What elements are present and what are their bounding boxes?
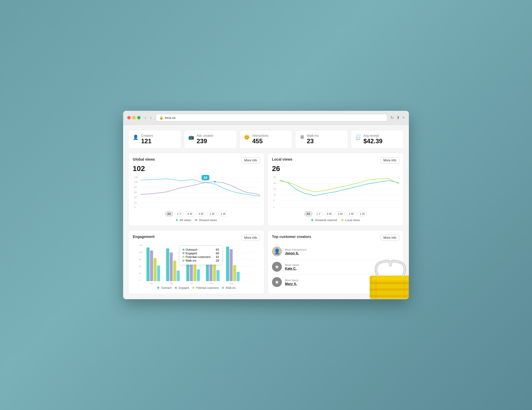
forward-button[interactable]: ›	[149, 115, 152, 121]
svg-rect-52	[197, 269, 200, 281]
filter-1w-global[interactable]: 1 W	[218, 211, 228, 216]
filter-6m-local[interactable]: 6 M	[324, 211, 334, 216]
svg-rect-39	[147, 247, 150, 281]
stat-card-receipt: 🧾 Avg receipt $42.39	[351, 130, 404, 149]
creators-label: Creators	[141, 134, 153, 138]
mary-avatar: ★	[272, 277, 282, 287]
svg-text:May: May	[209, 282, 213, 284]
walkins-bar-dot	[222, 287, 224, 289]
tooltip-row-potential: Potential customers 42	[182, 255, 219, 259]
creators-value: 121	[141, 138, 153, 145]
top-creators-header: Top customer creators More info	[272, 235, 399, 241]
legend-reward-views: Reward views	[195, 218, 217, 222]
svg-text:15: 15	[273, 188, 276, 190]
engagement-chart-wrapper: Outreach 83 Engaged 68 Potential custome…	[133, 243, 260, 284]
filter-1y-local[interactable]: 1 Y	[314, 211, 323, 216]
svg-text:100: 100	[134, 181, 138, 183]
filter-3m-local[interactable]: 3 M	[335, 211, 345, 216]
minimize-button[interactable]	[132, 116, 136, 119]
svg-rect-44	[166, 248, 169, 281]
local-views-header: Local views More info	[272, 157, 399, 163]
creator-item-mary: ★ Most likest Mary S.	[272, 275, 399, 290]
tooltip-row-outreach: Outreach 83	[182, 248, 219, 251]
stat-card-interactions: 😊 Interactions 455	[240, 130, 292, 149]
svg-text:120: 120	[139, 251, 142, 254]
filter-all-local[interactable]: All	[304, 211, 312, 216]
filter-3m-global[interactable]: 3 M	[196, 211, 205, 216]
legend-rewards-claimed: Rewards claimed	[311, 218, 337, 222]
global-views-card: Global views More info 102 120 100 80 60…	[128, 153, 264, 226]
traffic-lights	[127, 116, 141, 119]
tooltip-potential-dot	[182, 256, 184, 258]
svg-text:20: 20	[134, 201, 137, 204]
svg-point-14	[214, 181, 216, 183]
lock-icon: 🔒	[159, 116, 163, 120]
local-views-time-filters: All 1 Y 6 M 3 M 1 M 1 W	[272, 211, 399, 216]
svg-rect-61	[233, 265, 236, 281]
local-views-card: Local views More info 26 25 20 15 10 5 0	[268, 153, 404, 226]
creator-item-kate: ★ Most views Kate C.	[272, 259, 399, 275]
browser-actions: ↻ ⬆ +	[390, 115, 405, 120]
tooltip-row-walkins: Walk-ins 28	[182, 259, 219, 262]
filter-1m-global[interactable]: 1 M	[207, 211, 217, 216]
maximize-button[interactable]	[137, 116, 141, 119]
jason-name[interactable]: Jason S.	[285, 251, 307, 255]
global-views-more-info[interactable]: More info	[241, 157, 260, 163]
filter-1y-global[interactable]: 1 Y	[175, 211, 184, 216]
svg-text:60: 60	[134, 191, 137, 194]
engagement-tooltip: Outreach 83 Engaged 68 Potential custome…	[179, 245, 222, 265]
new-tab-icon[interactable]: +	[402, 115, 405, 120]
svg-text:80: 80	[134, 186, 137, 188]
local-views-value: 26	[272, 165, 399, 173]
interactions-icon: 😊	[244, 134, 250, 140]
url-text: loca.us	[165, 116, 176, 120]
browser-content: 👤 Creators 121 📺 Ads created 239 😊 Inter…	[123, 125, 409, 299]
global-views-chart-area: 120 100 80 60 40 20 0	[133, 175, 260, 209]
mary-name[interactable]: Mary S.	[285, 282, 298, 286]
legend-engaged: Engaged	[175, 286, 189, 289]
svg-text:120: 120	[134, 176, 138, 179]
back-button[interactable]: ‹	[144, 115, 147, 121]
creators-list: 👤 Most interactions Jason S. ★ Most view…	[272, 244, 399, 290]
refresh-icon[interactable]: ↻	[390, 115, 394, 120]
global-views-svg: 120 100 80 60 40 20 0	[133, 175, 260, 209]
top-creators-more-info[interactable]: More info	[381, 235, 399, 241]
svg-text:Apr: Apr	[150, 282, 153, 284]
engagement-more-info[interactable]: More info	[241, 235, 260, 241]
tooltip-outreach-dot	[182, 249, 184, 251]
kate-name[interactable]: Kate C.	[285, 266, 299, 270]
global-views-legend: Ad views Reward views	[133, 218, 260, 222]
tooltip-engaged-dot	[182, 252, 184, 254]
kate-label: Most views	[285, 263, 299, 266]
svg-rect-42	[157, 265, 160, 281]
interactions-label: Interactions	[252, 134, 268, 138]
svg-text:150: 150	[139, 244, 142, 247]
local-views-more-info[interactable]: More info	[381, 157, 399, 163]
receipt-icon: 🧾	[355, 134, 361, 140]
top-creators-card: Top customer creators More info 👤 Most i…	[268, 230, 404, 294]
share-icon[interactable]: ⬆	[396, 115, 400, 120]
legend-local-views: Local views	[341, 218, 360, 222]
filter-6m-global[interactable]: 6 M	[185, 211, 195, 216]
filter-1w-local[interactable]: 1 W	[357, 211, 367, 216]
ads-label: Ads created	[197, 134, 213, 138]
filter-all-global[interactable]: All	[165, 211, 173, 216]
interactions-value: 455	[252, 138, 268, 145]
close-button[interactable]	[127, 116, 131, 119]
svg-rect-57	[217, 270, 220, 281]
svg-text:Aug: Aug	[230, 282, 233, 284]
address-bar[interactable]: 🔒 loca.us	[156, 114, 387, 121]
outreach-dot	[157, 287, 159, 289]
filter-1m-local[interactable]: 1 M	[347, 211, 356, 216]
svg-rect-60	[230, 249, 233, 281]
svg-rect-62	[237, 272, 240, 281]
svg-text:0: 0	[134, 206, 135, 209]
local-views-dot	[341, 219, 343, 221]
svg-rect-67	[370, 295, 409, 297]
local-views-svg: 25 20 15 10 5 0	[272, 175, 399, 209]
engagement-card: Engagement More info Outreach 83 Engaged…	[128, 230, 264, 294]
svg-rect-40	[150, 250, 153, 281]
legend-ad-views: Ad views	[176, 218, 191, 222]
svg-text:60: 60	[139, 265, 141, 268]
browser-chrome: ‹ › 🔒 loca.us ↻ ⬆ +	[123, 111, 409, 125]
